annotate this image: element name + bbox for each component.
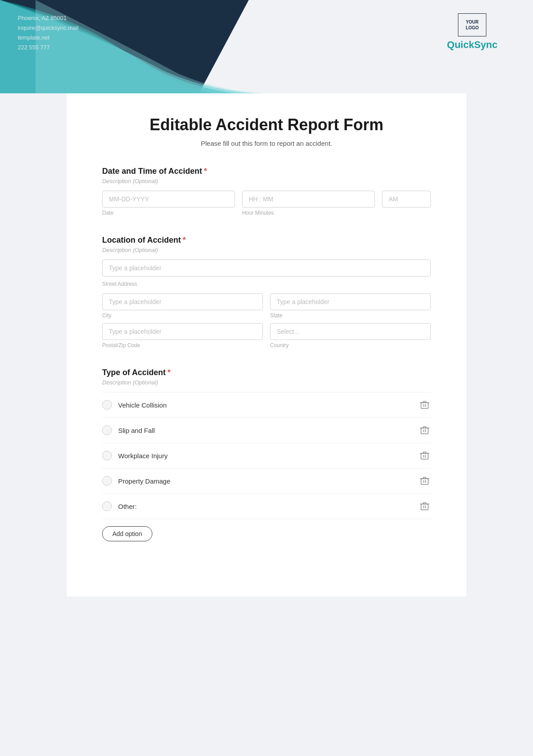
- date-label: Date: [102, 210, 235, 216]
- state-group: State: [270, 293, 431, 319]
- delete-icon-other[interactable]: [418, 500, 431, 512]
- radio-option-slip: Slip and Fall: [102, 425, 155, 435]
- list-item: Other:: [102, 494, 431, 519]
- header-logo-area: YOURLOGO QuickSync: [447, 13, 497, 51]
- delete-icon-slip[interactable]: [418, 424, 431, 436]
- radio-option-property: Property Damage: [102, 476, 171, 486]
- country-input[interactable]: [270, 323, 431, 340]
- form-subtitle: Please fill out this form to report an a…: [102, 140, 431, 147]
- add-option-button[interactable]: Add option: [102, 526, 152, 541]
- radio-option-workplace: Workplace Injury: [102, 451, 167, 460]
- section-location: Location of Accident * Description (Opti…: [102, 236, 431, 348]
- svg-rect-0: [421, 403, 428, 408]
- svg-rect-12: [421, 504, 428, 510]
- brand-name: QuickSync: [447, 39, 497, 51]
- zip-label: Postal/Zip Code: [102, 342, 263, 348]
- required-star-location: *: [183, 236, 186, 245]
- zip-country-row: Postal/Zip Code Country: [102, 323, 431, 348]
- header: Phoenix, AZ 85001 inquire@quicksync.mail…: [0, 0, 533, 93]
- contact-address: Phoenix, AZ 85001: [18, 13, 79, 23]
- state-input[interactable]: [270, 293, 431, 310]
- state-label: State: [270, 312, 431, 319]
- list-item: Property Damage: [102, 468, 431, 494]
- street-input[interactable]: [102, 260, 431, 276]
- svg-rect-6: [421, 453, 428, 459]
- header-contact: Phoenix, AZ 85001 inquire@quicksync.mail…: [18, 13, 79, 52]
- form-title: Editable Accident Report Form: [102, 116, 431, 134]
- zip-input[interactable]: [102, 323, 263, 340]
- list-item: Workplace Injury: [102, 443, 431, 468]
- time-group: Hour Minutes: [242, 191, 375, 216]
- section-accident-type-desc: Description (Optional): [102, 379, 431, 386]
- ampm-input[interactable]: [382, 191, 431, 208]
- section-accident-type: Type of Accident * Description (Optional…: [102, 368, 431, 541]
- city-input[interactable]: [102, 293, 263, 310]
- radio-circle-workplace[interactable]: [102, 451, 112, 460]
- contact-email: inquire@quicksync.mail: [18, 23, 79, 33]
- radio-circle-property[interactable]: [102, 476, 112, 486]
- delete-icon-vehicle[interactable]: [418, 399, 431, 411]
- radio-label-other: Other:: [118, 503, 137, 510]
- section-date-time: Date and Time of Accident * Description …: [102, 167, 431, 216]
- date-group: Date: [102, 191, 235, 216]
- svg-rect-3: [421, 428, 428, 434]
- delete-icon-workplace[interactable]: [418, 449, 431, 462]
- contact-phone: 222 555 777: [18, 43, 79, 52]
- section-location-title: Location of Accident *: [102, 236, 431, 245]
- ampm-group: [382, 191, 431, 216]
- radio-options-list: Vehicle Collision Slip and Fall: [102, 392, 431, 519]
- date-time-row: Date Hour Minutes: [102, 191, 431, 216]
- country-label: Country: [270, 342, 431, 348]
- street-label: Street Address: [102, 281, 431, 287]
- radio-option-vehicle: Vehicle Collision: [102, 400, 167, 410]
- city-group: City: [102, 293, 263, 319]
- list-item: Vehicle Collision: [102, 392, 431, 418]
- time-input[interactable]: [242, 191, 375, 208]
- country-group: Country: [270, 323, 431, 348]
- city-state-row: City State: [102, 293, 431, 319]
- radio-circle-vehicle[interactable]: [102, 400, 112, 410]
- radio-label-slip: Slip and Fall: [118, 427, 155, 434]
- time-label: Hour Minutes: [242, 210, 375, 216]
- required-star-accident: *: [167, 368, 171, 377]
- list-item: Slip and Fall: [102, 418, 431, 443]
- section-location-desc: Description (Optional): [102, 247, 431, 253]
- delete-icon-property[interactable]: [418, 475, 431, 487]
- section-accident-type-title: Type of Accident *: [102, 368, 431, 377]
- required-star: *: [204, 167, 207, 176]
- radio-option-other: Other:: [102, 501, 137, 511]
- radio-circle-slip[interactable]: [102, 425, 112, 435]
- svg-rect-9: [421, 479, 428, 484]
- contact-website: template.net: [18, 33, 79, 43]
- zip-group: Postal/Zip Code: [102, 323, 263, 348]
- section-date-time-desc: Description (Optional): [102, 178, 431, 184]
- radio-label-workplace: Workplace Injury: [118, 452, 167, 460]
- section-date-time-title: Date and Time of Accident *: [102, 167, 431, 176]
- radio-label-vehicle: Vehicle Collision: [118, 401, 167, 409]
- radio-label-property: Property Damage: [118, 477, 171, 485]
- date-input[interactable]: [102, 191, 235, 208]
- logo-box: YOURLOGO: [458, 13, 486, 36]
- city-label: City: [102, 312, 263, 319]
- radio-circle-other[interactable]: [102, 501, 112, 511]
- main-content: Editable Accident Report Form Please fil…: [67, 93, 466, 596]
